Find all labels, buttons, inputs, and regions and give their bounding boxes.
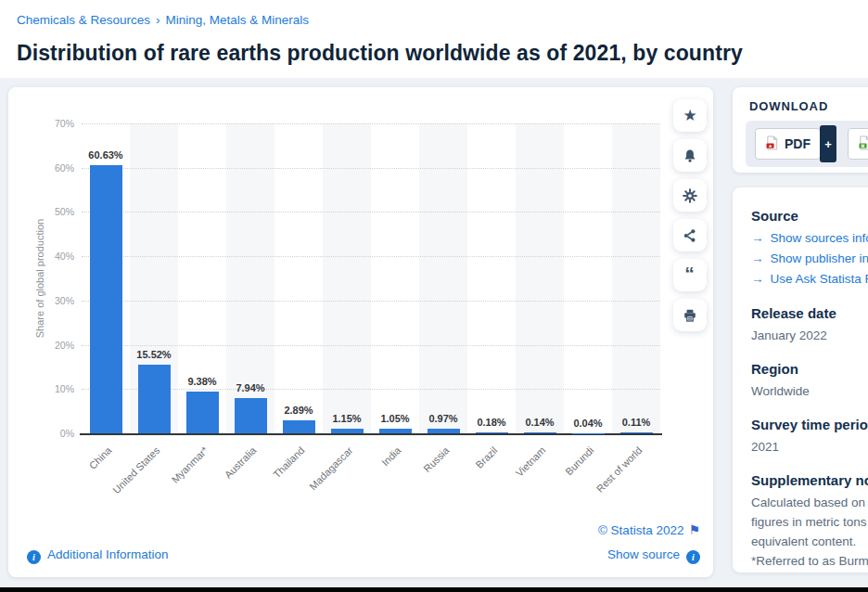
- column-stripe: [612, 123, 660, 433]
- bar-value-label: 0.11%: [606, 417, 666, 428]
- arrow-icon: →: [751, 231, 764, 245]
- printer-icon: [683, 308, 697, 323]
- arrow-icon: →: [751, 272, 764, 286]
- bar[interactable]: [428, 429, 460, 433]
- settings-button[interactable]: [673, 179, 707, 212]
- download-xls-button[interactable]: XLS: [848, 128, 868, 160]
- bar[interactable]: [476, 432, 508, 433]
- bar[interactable]: [331, 429, 364, 433]
- y-tick-label: 10%: [32, 383, 74, 394]
- info-icon: i: [27, 550, 41, 564]
- supplementary-notes-section: Supplementary notes Calculated based on …: [751, 472, 868, 571]
- share-button[interactable]: [673, 219, 707, 251]
- pdf-label: PDF: [785, 136, 811, 151]
- y-tick-label: 0%: [32, 428, 74, 439]
- gridline: [82, 168, 660, 169]
- bell-icon: [683, 148, 697, 163]
- notes-line: equivalent content.: [751, 532, 868, 551]
- bar[interactable]: [283, 420, 315, 433]
- download-card: DOWNLOAD PDF + XLS: [733, 87, 868, 173]
- y-axis-title: Share of global production: [34, 219, 45, 338]
- gear-icon: [683, 188, 697, 203]
- quote-icon: “: [684, 269, 696, 281]
- download-inset: PDF + XLS: [746, 121, 868, 167]
- star-icon: ★: [683, 109, 696, 123]
- notification-button[interactable]: [673, 139, 707, 172]
- y-tick-label: 20%: [32, 340, 74, 351]
- column-stripe: [516, 123, 564, 433]
- show-publisher-info-label: Show publisher information: [771, 251, 868, 265]
- source-heading: Source: [751, 208, 868, 224]
- pdf-file-icon: [765, 135, 779, 153]
- supplementary-notes-heading: Supplementary notes: [751, 472, 868, 488]
- release-date-section: Release date January 2022: [751, 305, 868, 345]
- bar[interactable]: [138, 365, 171, 433]
- y-tick-label: 70%: [32, 118, 74, 129]
- gridline: [82, 301, 660, 302]
- region-heading: Region: [751, 361, 868, 377]
- copyright-row: © Statista 2022⚑: [598, 522, 700, 537]
- citation-button[interactable]: “: [673, 259, 707, 291]
- notes-line: *Referred to as Burma in the source.: [751, 551, 868, 571]
- show-sources-info-label: Show sources information: [771, 231, 868, 245]
- ask-statista-link[interactable]: →Use Ask Statista Research Service: [751, 269, 868, 290]
- info-icon: i: [686, 550, 700, 564]
- copyright-text: © Statista 2022: [598, 523, 684, 537]
- gridline: [82, 256, 660, 257]
- release-date-heading: Release date: [751, 305, 868, 321]
- survey-period-heading: Survey time period: [751, 417, 868, 432]
- additional-information-link[interactable]: iAdditional Information: [27, 547, 169, 564]
- show-source-label: Show source: [607, 547, 680, 561]
- flag-icon[interactable]: ⚑: [688, 522, 700, 537]
- column-stripe: [323, 123, 371, 433]
- details-card: Source →Show sources information →Show p…: [733, 187, 868, 573]
- xls-file-icon: [858, 135, 868, 153]
- y-tick-label: 50%: [32, 206, 74, 217]
- survey-period-value: 2021: [751, 437, 868, 457]
- bar[interactable]: [90, 165, 122, 433]
- additional-information-label: Additional Information: [47, 547, 169, 561]
- download-pdf-button[interactable]: PDF: [755, 128, 821, 160]
- x-axis-line: [80, 433, 662, 435]
- breadcrumb-link-category[interactable]: Chemicals & Resources: [17, 13, 150, 27]
- page-title: Distribution of rare earths production w…: [17, 41, 743, 66]
- favorite-button[interactable]: ★: [673, 99, 707, 132]
- survey-period-section: Survey time period 2021: [751, 417, 868, 457]
- gridline: [82, 345, 660, 346]
- gridline: [82, 212, 660, 212]
- show-source-link[interactable]: Show sourcei: [607, 547, 700, 564]
- chart-toolbar: ★ “: [673, 99, 707, 339]
- y-tick-label: 40%: [32, 251, 74, 262]
- ask-statista-label: Use Ask Statista Research Service: [771, 272, 868, 286]
- bar[interactable]: [235, 398, 267, 433]
- download-options-button[interactable]: +: [820, 125, 836, 162]
- plot-region: 0%10%20%30%40%50%60%70%60.63%China15.52%…: [82, 123, 660, 433]
- show-sources-info-link[interactable]: →Show sources information: [751, 228, 868, 249]
- region-value: Worldwide: [751, 381, 868, 401]
- download-heading: DOWNLOAD: [749, 99, 868, 113]
- bar-value-label: 15.52%: [124, 349, 184, 360]
- bar[interactable]: [186, 392, 219, 433]
- notes-line: Calculated based on production: [751, 493, 868, 512]
- print-button[interactable]: [673, 299, 707, 331]
- bar-value-label: 7.94%: [221, 382, 280, 393]
- arrow-icon: →: [751, 251, 764, 265]
- breadcrumb-link-subcategory[interactable]: Mining, Metals & Minerals: [166, 13, 310, 27]
- breadcrumb: Chemicals & Resources›Mining, Metals & M…: [17, 13, 309, 27]
- window-bottom-edge: [0, 587, 868, 592]
- y-tick-label: 60%: [32, 162, 74, 174]
- release-date-value: January 2022: [751, 326, 868, 345]
- region-section: Region Worldwide: [751, 361, 868, 401]
- y-tick-label: 30%: [32, 295, 74, 306]
- chart-card: Share of global production 0%10%20%30%40…: [8, 87, 713, 577]
- bar[interactable]: [620, 432, 653, 433]
- column-stripe: [419, 123, 467, 433]
- gridline: [82, 123, 660, 124]
- bar[interactable]: [379, 429, 412, 433]
- bar-value-label: 60.63%: [76, 149, 135, 161]
- bar[interactable]: [524, 432, 556, 433]
- share-icon: [683, 228, 697, 243]
- notes-line: figures in metric tons of REO-: [751, 512, 868, 532]
- breadcrumb-separator: ›: [156, 13, 160, 27]
- show-publisher-info-link[interactable]: →Show publisher information: [751, 249, 868, 269]
